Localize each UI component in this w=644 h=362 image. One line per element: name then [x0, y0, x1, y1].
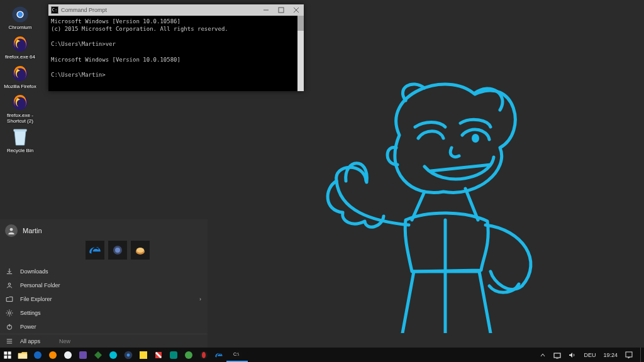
svg-rect-25: [8, 351, 11, 354]
svg-rect-9: [279, 8, 284, 13]
desktop-icon-firefox[interactable]: Mozilla Firefox: [3, 63, 38, 92]
minimize-button[interactable]: [258, 4, 274, 16]
taskbar-app-green[interactable]: [91, 348, 106, 362]
start-item-label: Personal Folder: [20, 282, 60, 288]
start-item-label: Power: [20, 324, 36, 330]
start-new-label: New: [57, 338, 70, 344]
chromium-icon: [11, 5, 30, 24]
language-indicator[interactable]: DEU: [581, 348, 598, 362]
folder-user-icon: [5, 282, 14, 289]
start-user-name: Martin: [23, 227, 42, 234]
start-item-label: Downloads: [20, 268, 48, 275]
all-apps-icon: [5, 337, 14, 345]
svg-rect-27: [8, 355, 11, 358]
start-tiles: [0, 241, 208, 260]
taskbar-explorer[interactable]: [15, 348, 30, 362]
svg-point-6: [13, 95, 28, 110]
svg-point-29: [34, 351, 42, 359]
recycle-bin-icon: [11, 128, 30, 147]
cmd-titlebar[interactable]: C: Command Prompt: [48, 4, 304, 16]
cmd-scrollbar[interactable]: [297, 16, 304, 31]
svg-rect-28: [18, 354, 27, 358]
desktop-icon-chromium[interactable]: Chromium: [3, 4, 38, 33]
desktop-icon-recycle-bin[interactable]: Recycle Bin: [3, 127, 38, 156]
svg-rect-37: [170, 351, 177, 359]
desktop-icon-label: Mozilla Firefox: [1, 84, 39, 90]
start-item-label: Settings: [20, 310, 41, 316]
start-item-personal-folder[interactable]: Personal Folder: [0, 278, 208, 292]
desktop-icon-label: firefox.exe - Shortcut (2): [1, 113, 39, 124]
svg-point-0: [472, 134, 479, 143]
svg-rect-26: [4, 355, 7, 358]
svg-rect-32: [79, 351, 87, 359]
svg-point-5: [13, 66, 28, 81]
firefox-icon: [11, 35, 30, 53]
taskbar-app-opera[interactable]: [196, 348, 211, 362]
start-menu: Martin Downloads Personal Folder File Ex…: [0, 219, 208, 348]
svg-point-40: [202, 352, 206, 358]
tile-app-2[interactable]: [108, 241, 127, 260]
tile-app-3[interactable]: [131, 241, 150, 260]
svg-point-35: [127, 353, 130, 356]
taskbar-cmd-running[interactable]: C:\: [226, 348, 248, 362]
action-center-icon[interactable]: [623, 348, 635, 362]
taskbar-edge[interactable]: [211, 348, 226, 362]
start-item-label: File Explorer: [20, 296, 52, 302]
taskbar: C:\ DEU 19:24: [0, 348, 644, 362]
taskbar-chromium[interactable]: [121, 348, 136, 362]
close-button[interactable]: [289, 4, 304, 16]
desktop-icon-firefox-shortcut[interactable]: firefox.exe - Shortcut (2): [3, 92, 38, 127]
desktop-icon-firefox64[interactable]: firefox.exe 64: [3, 33, 38, 63]
network-icon[interactable]: [551, 348, 564, 362]
start-item-label: All apps: [20, 338, 40, 344]
svg-point-3: [18, 12, 23, 17]
start-item-settings[interactable]: Settings: [0, 306, 208, 320]
start-item-file-explorer[interactable]: File Explorer ›: [0, 292, 208, 306]
svg-point-38: [185, 351, 192, 359]
chevron-right-icon: ›: [199, 296, 201, 302]
cmd-icon: C:: [51, 6, 58, 14]
svg-rect-43: [554, 353, 560, 358]
taskbar-app-purple[interactable]: [75, 348, 91, 362]
svg-rect-36: [140, 351, 147, 359]
tile-edge[interactable]: [86, 241, 104, 260]
user-avatar-icon: [5, 224, 18, 237]
svg-point-18: [8, 312, 11, 314]
taskbar-app-teal[interactable]: [166, 348, 181, 362]
svg-point-4: [13, 36, 28, 52]
svg-point-30: [49, 351, 57, 359]
svg-rect-24: [4, 351, 7, 354]
taskbar-app-green2[interactable]: [181, 348, 196, 362]
explorer-icon: [5, 295, 14, 303]
wallpaper-character: [302, 63, 566, 333]
firefox-icon: [11, 93, 30, 112]
cmd-window[interactable]: C: Command Prompt Microsoft Windows [Ver…: [48, 4, 304, 91]
svg-point-31: [64, 351, 72, 359]
taskbar-app-red[interactable]: [151, 348, 166, 362]
taskbar-app-blue[interactable]: [30, 348, 45, 362]
clock[interactable]: 19:24: [601, 348, 620, 362]
gear-icon: [5, 309, 14, 317]
taskbar-app-orange[interactable]: [45, 348, 60, 362]
start-button[interactable]: [0, 348, 15, 362]
desktop-icon-label: Recycle Bin: [1, 148, 39, 154]
volume-icon[interactable]: [566, 348, 579, 362]
start-user[interactable]: Martin: [0, 219, 208, 242]
taskbar-app-cyan[interactable]: [106, 348, 121, 362]
start-item-all-apps[interactable]: All apps: [0, 334, 57, 348]
show-desktop-button[interactable]: [640, 348, 643, 362]
svg-text:C:\: C:\: [233, 352, 239, 356]
start-item-power[interactable]: Power: [0, 320, 208, 334]
svg-point-33: [109, 351, 117, 359]
firefox-icon: [11, 64, 30, 83]
maximize-button[interactable]: [274, 4, 289, 16]
taskbar-app-yellow[interactable]: [136, 348, 151, 362]
cmd-output[interactable]: Microsoft Windows [Version 10.0.10586] (…: [48, 16, 304, 91]
desktop-icons: Chromium firefox.exe 64 Mozilla Firefox …: [3, 4, 43, 156]
systray-overflow[interactable]: [537, 348, 548, 362]
start-item-downloads[interactable]: Downloads: [0, 265, 208, 278]
desktop-icon-label: firefox.exe 64: [1, 55, 39, 60]
svg-rect-45: [626, 352, 632, 357]
taskbar-app-white[interactable]: [60, 348, 75, 362]
power-icon: [5, 323, 14, 331]
